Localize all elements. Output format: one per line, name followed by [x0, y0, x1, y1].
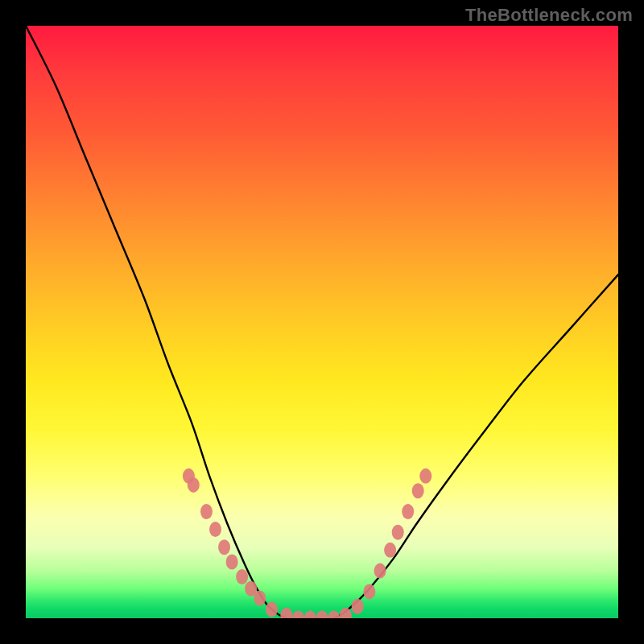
curve-marker [316, 611, 328, 619]
curve-marker [412, 483, 424, 498]
curve-marker [266, 601, 278, 617]
chart-svg [26, 26, 618, 618]
plot-area [26, 26, 618, 618]
curve-marker [292, 611, 304, 619]
curve-marker [419, 469, 431, 484]
marker-layer [183, 469, 431, 618]
curve-marker [280, 608, 292, 618]
curve-marker [236, 569, 248, 584]
curve-marker [402, 504, 414, 519]
curve-marker [200, 504, 213, 519]
curve-marker [226, 555, 238, 570]
curve-marker [188, 477, 200, 493]
watermark-text: TheBottleneck.com [465, 5, 633, 26]
curve-marker [304, 611, 316, 619]
curve-marker [218, 539, 230, 555]
curve-marker [254, 590, 266, 605]
curve-marker [209, 522, 221, 537]
chart-frame: TheBottleneck.com [0, 0, 644, 644]
curve-marker [363, 584, 375, 599]
curve-marker [352, 599, 364, 614]
bottleneck-curve [26, 26, 618, 618]
curve-marker [392, 525, 404, 540]
curve-marker [384, 543, 396, 558]
curve-marker [340, 608, 352, 618]
curve-marker [374, 564, 386, 579]
curve-marker [328, 611, 340, 619]
